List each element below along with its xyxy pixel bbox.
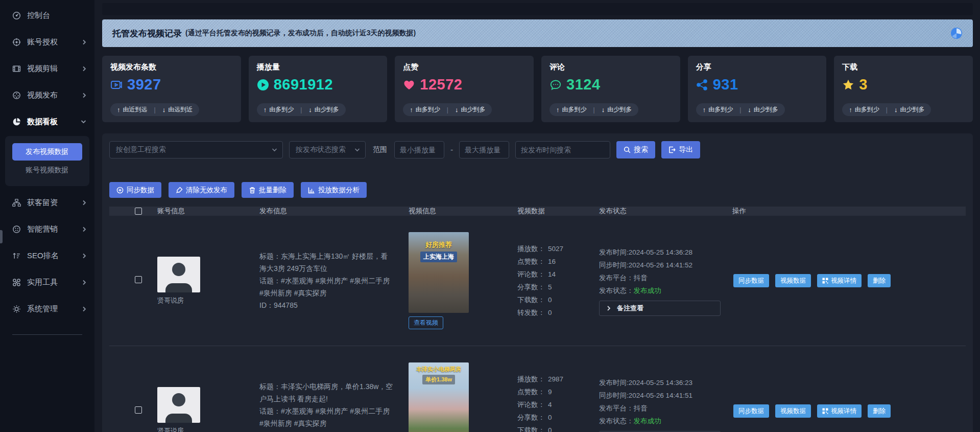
stat-card-likes: 点赞 12572 ↑由多到少 | ↓由少到多 [395,56,534,122]
sort-asc-button[interactable]: ↑由多到少 [410,105,440,114]
remark-toggle[interactable]: 备注查看 [599,301,721,316]
stat-line: 分享数：0 [517,411,594,424]
stat-label: 分享 [696,62,819,72]
sidebar-item-label: 数据看板 [27,117,58,127]
stats-cards-row: 视频发布条数 3927 ↑由近到远 | ↓由远到近 播放量 8691912 ↑由… [102,56,973,122]
row-delete-button[interactable]: 删除 [868,274,891,287]
account-name: 贤哥说房 [157,426,184,432]
stat-value: 3124 [566,76,601,93]
export-icon [668,146,676,153]
stat-line: 评论数：4 [517,398,594,411]
sort-ranking-icon [12,252,21,260]
page-subtitle: (通过平台托管发布的视频记录，发布成功后，自动统计近3天的视频数据) [185,29,416,38]
sidebar-item-video-edit[interactable]: 视频剪辑 [0,55,94,82]
publish-status-cell: 发布时间:2024-05-25 14:36:23 同步时间:2024-05-26… [594,376,727,432]
stat-line: 评论数：14 [517,268,594,281]
chevron-right-icon [82,306,86,312]
sidebar-item-account-auth[interactable]: 账号授权 [0,29,94,55]
publish-time-input[interactable] [515,141,610,158]
pie-chart-badge-icon[interactable] [950,27,963,39]
sort-desc-button[interactable]: ↓由少到多 [602,105,632,114]
select-all-checkbox[interactable] [135,208,142,215]
publish-info-cell: 标题：丰泽实小电梯两房，单价1.38w，空户马上读书 看房走起! 话题：#水墨观… [254,380,403,432]
sidebar-item-video-publish[interactable]: 视频发布 [0,82,94,108]
sort-desc-button[interactable]: ↓由少到多 [894,105,925,114]
sort-asc-button[interactable]: ↑由多到少 [264,105,294,114]
stat-label: 播放量 [257,62,379,72]
video-thumbnail[interactable]: 丰泽实小电梯两房 单价1.38w [409,362,469,432]
film-icon [12,64,21,73]
publish-time: 发布时间:2024-05-25 14:36:23 [599,376,727,389]
row-checkbox[interactable] [135,276,142,283]
sidebar-item-lead-capture[interactable]: 获客留资 [0,189,94,216]
publish-status-select[interactable]: 按发布状态搜索 [289,141,366,158]
sort-desc-button[interactable]: ↓由少到多 [455,105,486,114]
sort-asc-button[interactable]: ↑由多到少 [556,105,587,114]
video-title: 标题：东海上实海上海130㎡ 好楼层，看海大3房 249万含车位 [259,250,393,275]
operations-cell: 同步数据 视频数据 视频详情 删除 [727,404,966,418]
sort-asc-button[interactable]: ↑由多到少 [703,105,733,114]
max-plays-input[interactable] [459,141,509,158]
sort-asc-button[interactable]: ↑由近到远 [117,105,148,114]
chevron-right-icon [82,200,86,206]
video-records-table: 账号信息 发布信息 视频信息 视频数据 发布状态 操作 贤哥说房 标题：东海上实… [109,207,966,425]
heart-icon [403,79,415,91]
submenu-item-account-video-data[interactable]: 账号视频数据 [12,162,82,179]
batch-delete-button[interactable]: 批量删除 [242,182,294,198]
account-cell: 贤哥说房 [152,257,254,305]
row-sync-data-button[interactable]: 同步数据 [733,274,769,287]
col-header-operations: 操作 [727,207,966,216]
sidebar-item-console[interactable]: 控制台 [0,2,94,29]
publish-status-line: 发布状态：发布成功 [599,415,727,427]
sort-asc-button[interactable]: ↑由多到少 [849,105,879,114]
video-id: ID：944785 [259,299,393,311]
submenu-item-publish-video-data[interactable]: 发布视频数据 [12,143,82,161]
project-search-select[interactable]: 按创意工程搜索 [109,141,283,158]
sort-pill: ↑由多到少 | ↓由少到多 [549,103,638,116]
sidebar-item-utilities[interactable]: 实用工具 [0,269,94,295]
sidebar-item-seo-ranking[interactable]: SEO排名 [0,242,94,269]
view-video-button[interactable]: 查看视频 [409,316,443,329]
chevron-right-icon [82,39,86,45]
action-bar: 同步数据 清除无效发布 批量删除 投放数据分析 [109,182,966,198]
video-info-cell: 丰泽实小电梯两房 单价1.38w 查看视频 [403,362,512,432]
sort-desc-button[interactable]: ↓由少到多 [308,105,339,114]
video-thumbnail[interactable]: 好房推荐 上实海上海 [409,232,469,313]
star-icon [842,79,854,91]
sort-desc-button[interactable]: ↓由少到多 [748,105,778,114]
sync-data-button[interactable]: 同步数据 [109,182,161,198]
stat-line: 下载数：0 [517,293,594,306]
sidebar-item-label: 视频发布 [27,90,58,100]
row-video-data-button[interactable]: 视频数据 [775,274,811,287]
sidebar-item-data-board[interactable]: 数据看板 [0,108,94,135]
publish-status-line: 发布状态：发布成功 [599,284,727,297]
delivery-analysis-button[interactable]: 投放数据分析 [301,182,367,198]
sidebar-item-label: 账号授权 [27,37,58,47]
sitemap-icon [12,198,21,207]
sidebar-item-system-settings[interactable]: 系统管理 [0,295,94,322]
sort-pill: ↑由多到少 | ↓由少到多 [403,103,492,116]
export-button[interactable]: 导出 [661,141,700,158]
arrow-down-icon: ↓ [602,106,605,113]
sidebar-collapse-handle[interactable] [0,230,3,243]
search-button[interactable]: 搜索 [616,141,655,158]
row-video-data-button[interactable]: 视频数据 [775,404,811,418]
row-checkbox[interactable] [135,406,142,414]
row-video-detail-button[interactable]: 视频详情 [817,404,862,418]
row-sync-data-button[interactable]: 同步数据 [733,404,769,418]
sync-time: 同步时间:2024-05-26 14:41:51 [599,389,727,402]
command-tools-icon [12,278,21,287]
row-delete-button[interactable]: 删除 [868,404,891,418]
stat-card-shares: 分享 931 ↑由多到少 | ↓由少到多 [688,56,827,122]
sidebar-item-smart-marketing[interactable]: 智能营销 [0,216,94,242]
min-plays-input[interactable] [394,141,444,158]
row-video-detail-button[interactable]: 视频详情 [817,274,862,287]
stat-label: 评论 [549,62,672,72]
filter-bar: 按创意工程搜索 按发布状态搜索 范围 - 搜索 导出 [109,141,966,158]
arrow-up-icon: ↑ [703,106,706,113]
sort-desc-button[interactable]: ↓由远到近 [162,105,193,114]
publish-platform: 发布平台：抖音 [599,402,727,415]
chevron-right-icon [607,305,611,311]
chevron-right-icon [82,93,86,98]
clean-invalid-button[interactable]: 清除无效发布 [169,182,234,198]
